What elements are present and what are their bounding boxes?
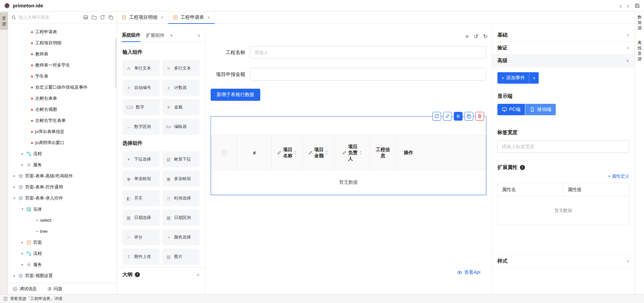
sort-control[interactable]: ▲▼ (294, 150, 297, 155)
hamburger-icon[interactable]: ≡ (170, 33, 173, 38)
label-width-input[interactable] (497, 140, 629, 153)
palette-item-currency[interactable]: ¥金额 (162, 99, 200, 115)
palette-item-multi-text[interactable]: ≡多行文本 (162, 60, 200, 76)
section-validation[interactable]: 验证 > (492, 42, 635, 54)
tree-item[interactable]: ◆教师表 (8, 48, 117, 59)
sort-control[interactable]: ▲▼ (359, 150, 362, 155)
tree-scrollbar[interactable] (115, 38, 116, 89)
tree-item[interactable]: ●tree (8, 226, 117, 237)
caret-right-icon[interactable]: ▸ (12, 273, 16, 278)
section-style[interactable]: 样式 > (492, 255, 635, 267)
caret-right-icon[interactable]: ▸ (20, 251, 24, 256)
palette-item-date-range[interactable]: ▦日期区间 (162, 210, 200, 226)
add-event-button[interactable]: +添加事件 ∨ (497, 72, 539, 84)
tree-item[interactable]: ◆学生表 (8, 71, 117, 82)
tree-item[interactable]: ◆左树右学生表单 (8, 115, 117, 126)
select-all-checkbox[interactable] (222, 150, 227, 155)
offline-resources-vertical-tab[interactable]: 离线资源 (635, 37, 644, 64)
edit-column-icon[interactable] (308, 150, 313, 155)
caret-right-icon[interactable]: ▸ (12, 174, 16, 178)
caret-down-icon[interactable]: ▾ (12, 196, 16, 200)
tree-item[interactable]: ▸页面-视图设置 (8, 270, 117, 281)
palette-item-auto-number[interactable]: #自动编号 (122, 80, 160, 96)
editor-tab-project-detail[interactable]: 工程项目明细 × (117, 11, 168, 24)
palette-item-rating[interactable]: ☆评分 (122, 229, 160, 245)
datasource-vertical-tab[interactable]: 数据源 (635, 11, 644, 34)
outline-list-icon[interactable]: ≡ (466, 34, 469, 39)
tree-item[interactable]: ●select (8, 215, 117, 226)
tree-item[interactable]: ▸页面-表单-控件通用 (8, 181, 117, 192)
search-input[interactable] (19, 15, 80, 20)
palette-item-single-text[interactable]: A单行文本 (122, 60, 160, 76)
palette-item-switch[interactable]: ◧开关 (122, 190, 160, 206)
sort-control[interactable]: ▲▼ (325, 150, 328, 155)
palette-item-radio-group[interactable]: ◉单选框组 (122, 171, 160, 187)
image-icon[interactable] (83, 15, 88, 20)
tree-item[interactable]: ▸服务 (8, 259, 117, 270)
project-name-input[interactable] (250, 46, 486, 59)
section-advanced[interactable]: 高级 ∨ (492, 54, 635, 67)
palette-item-upload[interactable]: ↥附件上传 (122, 249, 160, 265)
tree-item[interactable]: ▾实体 (8, 204, 117, 215)
debug-info-tab[interactable]: 调试信息 (13, 286, 37, 292)
tree-item[interactable]: ◆自定义窗口操作按钮及事件 (8, 82, 117, 93)
redo-icon[interactable]: ↻ (483, 34, 488, 39)
tree-item[interactable]: ◆js弹出表单信息 (8, 126, 117, 137)
close-icon[interactable]: × (207, 15, 210, 20)
folder-icon[interactable] (92, 15, 97, 20)
tree-item[interactable]: ◆js调用弹出窗口 (8, 137, 117, 148)
settings-gear-button[interactable] (454, 112, 463, 121)
tree-item[interactable]: ◆左树右表单 (8, 93, 117, 104)
save-icon[interactable] (635, 3, 640, 8)
palette-item-time-picker[interactable]: ◷时间选择 (162, 190, 200, 206)
palette-item-number[interactable]: 123数字 (122, 99, 160, 115)
tree-item[interactable]: ▸流程 (8, 148, 117, 159)
edit-column-icon[interactable] (342, 150, 346, 155)
project-amount-input[interactable] (250, 68, 486, 81)
section-basic[interactable]: 基础 > (492, 29, 635, 42)
mobile-toggle-button[interactable]: 移动端 (525, 104, 556, 115)
copy-button[interactable] (465, 112, 473, 121)
tree-item[interactable]: ▸服务 (8, 159, 117, 170)
tree-item[interactable]: ▸页面-表单-高级/布局组件 (8, 170, 117, 181)
palette-item-color-picker[interactable]: ◑颜色选择 (162, 229, 200, 245)
close-icon[interactable]: × (161, 15, 163, 20)
caret-right-icon[interactable]: ▸ (20, 163, 24, 167)
edit-column-icon[interactable] (277, 150, 281, 155)
caret-right-icon[interactable]: ▸ (20, 152, 24, 156)
palette-item-checkbox-group[interactable]: ▣多选框组 (162, 171, 200, 187)
tab-system-components[interactable]: 系统组件 (122, 29, 141, 42)
pc-toggle-button[interactable]: PC端 (497, 104, 525, 115)
palette-item-editor[interactable]: A≡编辑器 (162, 119, 200, 135)
caret-right-icon[interactable]: ▸ (20, 262, 24, 267)
add-subtable-row-button[interactable]: 新增子表格行数据 (211, 89, 260, 101)
problems-tab[interactable]: 问题 (47, 286, 62, 292)
palette-item-date-picker[interactable]: ▦日期选择 (122, 210, 160, 226)
undo-icon[interactable]: ↺ (474, 34, 478, 39)
sync-button[interactable] (432, 112, 441, 121)
delete-button[interactable] (475, 112, 484, 121)
collapse-panels-icon[interactable] (108, 15, 113, 20)
outline-section[interactable]: 大纲 ! > (117, 267, 205, 282)
subtable-widget-selected[interactable]: # 项目名称 ▲▼ (211, 116, 486, 195)
tree-item[interactable]: ▾页面-表单-录入控件 (8, 192, 117, 204)
palette-item-image[interactable]: ▨图片 (162, 249, 200, 265)
resources-vertical-tab[interactable]: 资源 (0, 12, 8, 30)
editor-tab-project-request[interactable]: 工程申请表 × (168, 11, 215, 24)
nav-forward-button[interactable]: › (627, 2, 629, 9)
tree-item[interactable]: ◆工程项目明细 (8, 37, 117, 48)
palette-item-tree-select[interactable]: ▤树形下拉 (162, 151, 200, 167)
refresh-icon[interactable] (100, 15, 105, 20)
caret-right-icon[interactable]: ▸ (20, 240, 24, 245)
palette-item-select[interactable]: ▾下拉选择 (122, 151, 160, 167)
tree-item[interactable]: ▸页面 (8, 237, 117, 248)
tab-extension-components[interactable]: 扩展组件 (146, 29, 165, 42)
palette-item-number-range[interactable]: ↔数字区间 (122, 119, 160, 135)
palette-item-counter[interactable]: ±计数器 (162, 80, 200, 96)
chevron-down-icon[interactable]: ∨ (197, 33, 200, 38)
caret-right-icon[interactable]: ▸ (12, 185, 16, 189)
tree-item[interactable]: ◆工程申请表 (8, 26, 117, 37)
tree-item[interactable]: ◆教师表一对多学生 (8, 59, 117, 71)
nav-back-button[interactable]: ‹ (620, 2, 622, 9)
link-button[interactable] (443, 112, 452, 121)
